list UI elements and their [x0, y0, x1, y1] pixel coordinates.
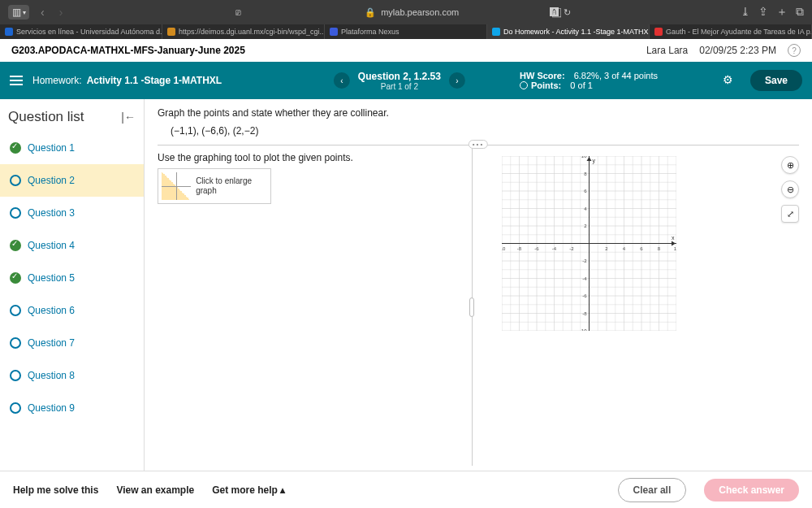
- sidebar-toggle[interactable]: ▥▾: [8, 5, 29, 20]
- svg-text:-8: -8: [582, 311, 587, 316]
- coordinate-graph[interactable]: xy-10-8-6-4-2246810-10-8-6-4-2246810: [502, 156, 676, 331]
- reload-icon[interactable]: ↻: [564, 7, 571, 18]
- homework-bar: Homework: Activity 1.1 -Stage 1-MATHXL ‹…: [0, 62, 812, 99]
- svg-text:-6: -6: [582, 293, 587, 298]
- tab-4[interactable]: Gauth - El Mejor Ayudante de Tareas de I…: [650, 24, 812, 39]
- sidebar-item-q6[interactable]: Question 6: [0, 294, 144, 327]
- sidebar-item-label: Question 1: [28, 142, 75, 154]
- sidebar-item-q3[interactable]: Question 3: [0, 197, 144, 229]
- get-more-help-button[interactable]: Get more help ▴: [212, 484, 285, 496]
- check-icon: [10, 142, 21, 154]
- question-number: Question 2, 1.2.53: [358, 71, 441, 82]
- svg-text:-4: -4: [582, 276, 587, 281]
- tab-3[interactable]: Do Homework - Activity 1.1 -Stage 1-MATH…: [487, 24, 650, 39]
- course-code: G203.APODACA-MATHXL-MFS-January-June 202…: [11, 45, 245, 56]
- gear-icon[interactable]: ⚙: [723, 73, 737, 88]
- course-bar: G203.APODACA-MATHXL-MFS-January-June 202…: [0, 39, 812, 62]
- enlarge-label: Click to enlarge graph: [196, 176, 267, 196]
- tab-0[interactable]: Servicios en línea - Universidad Autónom…: [0, 24, 162, 39]
- save-button[interactable]: Save: [750, 70, 802, 91]
- view-example-button[interactable]: View an example: [116, 484, 194, 496]
- points-label: Points:: [531, 80, 561, 90]
- url-text[interactable]: mylab.pearson.com: [381, 7, 459, 17]
- svg-text:-10: -10: [580, 328, 587, 331]
- reader-icon[interactable]: 🅰︎⃞: [550, 7, 559, 18]
- question-content: Graph the points and state whether they …: [145, 99, 812, 471]
- svg-text:-8: -8: [517, 246, 522, 251]
- sidebar-item-label: Question 8: [28, 370, 75, 381]
- next-question-button[interactable]: ›: [449, 72, 465, 89]
- sidebar-item-q4[interactable]: Question 4: [0, 229, 144, 262]
- sidebar-item-label: Question 2: [28, 175, 75, 186]
- svg-text:-6: -6: [534, 246, 539, 251]
- open-circle-icon: [10, 337, 21, 349]
- nav-forward[interactable]: ›: [56, 6, 67, 19]
- sidebar-item-q2[interactable]: Question 2: [0, 164, 144, 197]
- tab-1[interactable]: https://deimos.dgi.uanl.mx/cgi-bin/wspd_…: [162, 24, 325, 39]
- collapse-sidebar-icon[interactable]: |←: [121, 111, 136, 124]
- sidebar-item-q1[interactable]: Question 1: [0, 132, 144, 164]
- sidebar-item-label: Question 4: [28, 240, 75, 251]
- question-list-sidebar: Question list |← Question 1 Question 2 Q…: [0, 99, 145, 471]
- chevron-up-icon: ▴: [280, 484, 285, 496]
- help-icon[interactable]: ?: [788, 44, 801, 57]
- points-list: (−1,1), (−6,6), (2,−2): [171, 125, 799, 137]
- sidebar-item-label: Question 6: [28, 305, 75, 316]
- svg-text:-2: -2: [569, 246, 574, 251]
- screen-share-icon[interactable]: ⎚: [235, 7, 241, 17]
- open-circle-icon: [10, 370, 21, 381]
- prev-question-button[interactable]: ‹: [334, 72, 350, 89]
- new-tab-icon[interactable]: ＋: [776, 5, 788, 20]
- svg-text:-10: -10: [502, 246, 506, 251]
- svg-text:y: y: [593, 158, 596, 164]
- sidebar-item-label: Question 3: [28, 207, 75, 219]
- open-circle-icon: [10, 175, 21, 186]
- help-me-solve-button[interactable]: Help me solve this: [13, 484, 98, 496]
- popout-icon[interactable]: ⤢: [781, 205, 799, 223]
- share-icon[interactable]: ⇪: [758, 5, 768, 20]
- footer-bar: Help me solve this View an example Get m…: [0, 471, 812, 508]
- svg-text:10: 10: [674, 246, 676, 251]
- check-icon: [10, 240, 21, 251]
- svg-text:2: 2: [605, 246, 608, 251]
- hw-score-label: HW Score:: [520, 71, 565, 80]
- sidebar-item-q8[interactable]: Question 8: [0, 359, 144, 392]
- tab-2[interactable]: Plataforma Nexus: [325, 24, 487, 39]
- svg-text:10: 10: [581, 156, 587, 158]
- sidebar-item-label: Question 5: [28, 272, 75, 284]
- sidebar-item-label: Question 9: [28, 402, 75, 414]
- menu-icon[interactable]: [10, 76, 23, 85]
- sidebar-item-q7[interactable]: Question 7: [0, 327, 144, 359]
- svg-text:8: 8: [658, 246, 661, 251]
- svg-text:4: 4: [623, 246, 626, 251]
- check-answer-button[interactable]: Check answer: [704, 479, 799, 501]
- download-icon[interactable]: ⤓: [741, 5, 750, 20]
- browser-toolbar: ▥▾ ‹ › ⎚ 🔒 mylab.pearson.com 🅰︎⃞ ↻ ⤓ ⇪ ＋…: [0, 0, 812, 24]
- vertical-splitter[interactable]: [469, 148, 474, 466]
- points-icon: [520, 81, 528, 89]
- zoom-out-icon[interactable]: ⊖: [781, 180, 799, 198]
- enlarge-graph-button[interactable]: Click to enlarge graph: [158, 168, 271, 204]
- score-block: HW Score: 6.82%, 3 of 44 points Points: …: [520, 71, 658, 90]
- user-name: Lara Lara: [646, 45, 688, 56]
- sidebar-heading: Question list: [8, 109, 84, 125]
- tabs-overview-icon[interactable]: ⧉: [796, 5, 804, 20]
- sidebar-item-q5[interactable]: Question 5: [0, 262, 144, 294]
- svg-text:x: x: [672, 235, 675, 241]
- graph-thumbnail-icon: [162, 172, 191, 200]
- svg-text:-2: -2: [582, 258, 587, 263]
- sidebar-item-q9[interactable]: Question 9: [0, 392, 144, 424]
- sidebar-item-label: Question 7: [28, 337, 75, 349]
- datetime: 02/09/25 2:23 PM: [699, 45, 776, 56]
- open-circle-icon: [10, 207, 21, 219]
- hw-score-value: 6.82%, 3 of 44 points: [574, 71, 658, 80]
- open-circle-icon: [10, 402, 21, 414]
- question-nav: ‹ Question 2, 1.2.53 Part 1 of 2 ›: [334, 71, 465, 91]
- tab-strip: Servicios en línea - Universidad Autónom…: [0, 24, 812, 39]
- check-icon: [10, 272, 21, 284]
- clear-all-button[interactable]: Clear all: [618, 478, 687, 502]
- nav-back[interactable]: ‹: [37, 6, 48, 19]
- zoom-in-icon[interactable]: ⊕: [781, 156, 799, 174]
- open-circle-icon: [10, 305, 21, 316]
- drag-handle-icon[interactable]: [469, 297, 474, 317]
